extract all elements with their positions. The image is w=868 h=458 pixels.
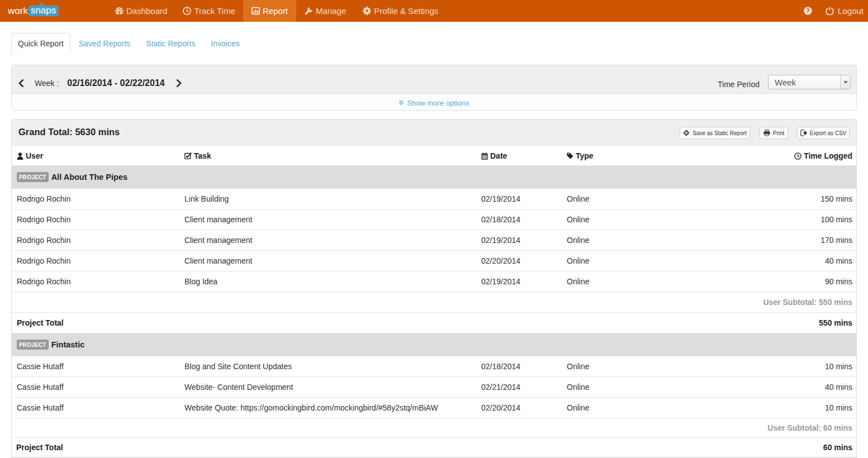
svg-text:?: ?: [806, 7, 810, 14]
